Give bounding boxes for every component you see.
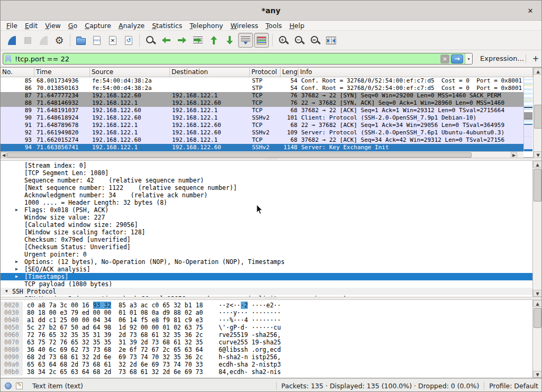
detail-line[interactable]: ▶Flags: 0x018 (PSH, ACK) [1,206,532,214]
scroll-thumb[interactable] [534,169,541,202]
hex-row[interactable]: 00505c 27 b2 67 50 ad 64 98 1d 92 00 00 … [1,324,542,331]
scroll-down-icon[interactable]: ▼ [533,290,542,297]
hex-row[interactable]: 0040a1 dd c1 25 00 00 04 34 06 14 f5 e8 … [1,316,542,324]
packet-row-89[interactable]: 8971.648191037192.168.122.60192.168.122.… [1,107,523,114]
scroll-thumb[interactable] [7,152,472,158]
menu-item-telephony[interactable]: Telephony [186,21,227,31]
profile-status[interactable]: Profile: Default [489,382,538,390]
filter-bookmark-icon[interactable] [5,55,11,63]
stop-capture-button[interactable] [20,33,35,48]
hex-row[interactable]: 00a065 63 64 68 2d 73 68 61 32 2d 6e 69 … [1,361,542,368]
menu-item-analyze[interactable]: Analyze [115,21,148,31]
hex-row[interactable]: 00b038 34 2c 65 63 64 68 2d 73 68 61 32 … [1,368,542,376]
expander-closed-icon[interactable]: ▶ [15,258,18,266]
scroll-thumb[interactable] [534,105,542,129]
expert-info-icon[interactable] [5,382,12,389]
expander-closed-icon[interactable]: ▶ [15,206,18,214]
go-first-packet-button[interactable] [206,33,221,48]
scroll-up-icon[interactable]: ▲ [533,300,542,307]
expander-closed-icon[interactable]: ▶ [15,273,18,280]
colorize-toggle-button[interactable] [254,33,269,48]
scroll-thumb[interactable] [534,308,541,328]
menu-item-edit[interactable]: Edit [21,21,41,31]
detail-line[interactable]: [Window size scaling factor: 128] [1,229,532,236]
add-filter-button[interactable]: + [530,50,541,67]
column-header-protocol[interactable]: Protocol [250,68,281,77]
packet-row-88[interactable]: 8871.648146932192.168.122.1192.168.122.6… [1,99,523,107]
column-header-info[interactable]: Info [299,68,533,77]
packet-row-94[interactable]: 9471.663856741192.168.122.1192.168.122.6… [1,144,523,151]
close-window-icon[interactable]: ✕ [525,5,536,17]
menu-item-capture[interactable]: Capture [81,21,115,31]
restart-capture-button[interactable] [36,33,51,48]
detail-line[interactable]: Checksum: 0x79ed [unverified] [1,236,532,243]
zoom-out-button[interactable]: − [292,33,306,48]
filter-apply-button[interactable]: → [451,54,463,63]
detail-line[interactable]: [TCP Segment Len: 1080] [1,169,532,177]
find-packet-button[interactable] [143,33,158,48]
scroll-down-icon[interactable]: ▼ [533,371,542,378]
resize-columns-button[interactable] [323,33,338,48]
detail-line[interactable]: ▶[Timestamps] [1,273,532,280]
menu-item-wireless[interactable]: Wireless [227,21,262,31]
detail-line[interactable]: [Calculated window size: 29056] [1,221,532,229]
detail-line[interactable]: 1000 .... = Header Length: 32 bytes (8) [1,199,532,206]
detail-line[interactable]: [Next sequence number: 1122 (relative se… [1,184,532,192]
detail-line[interactable]: [Checksum Status: Unverified] [1,243,532,251]
detail-line[interactable]: [Stream index: 0] [1,162,532,169]
menu-item-go[interactable]: Go [65,21,81,31]
filter-clear-button[interactable]: ✕ [440,54,449,63]
go-last-packet-button[interactable] [222,33,237,48]
packet-row-93[interactable]: 9371.662015274192.168.122.60192.168.122.… [1,136,523,144]
expander-closed-icon[interactable]: ▶ [15,266,18,273]
packet-row-90[interactable]: 9071.648618924192.168.122.60192.168.122.… [1,114,523,122]
detail-line[interactable]: Urgent pointer: 0 [1,251,532,258]
go-back-button[interactable] [159,33,174,48]
column-header-source[interactable]: Source [90,68,170,77]
menu-item-statistics[interactable]: Statistics [148,21,186,31]
detail-line[interactable]: Window size value: 227 [1,214,532,221]
detail-vscrollbar[interactable]: ▲ ▼ [532,161,542,297]
detail-line[interactable]: ▼SSH Protocol [1,288,532,295]
start-capture-button[interactable] [4,33,19,48]
expression-button[interactable]: Expression... [480,50,524,67]
hex-row[interactable]: 008036 40 6c 69 62 73 73 68 2e 6f 72 67 … [1,346,542,353]
hex-row[interactable]: 006072 76 65 32 35 35 31 39 2d 73 68 61 … [1,331,542,339]
packet-row-85[interactable]: 8568.001734936fe:54:00:d4:38:2aSTP54Conf… [1,77,523,85]
save-capture-file-button[interactable] [89,33,104,48]
capture-options-button[interactable]: ⚙ [52,33,67,48]
hex-row[interactable]: 009068 2d 73 68 61 32 2d 6e 69 73 74 70 … [1,353,542,361]
capture-comment-icon[interactable] [16,382,23,389]
menu-item-help[interactable]: Help [286,21,309,31]
scroll-up-icon[interactable]: ▲ [533,161,542,168]
detail-line[interactable]: Sequence number: 42 (relative sequence n… [1,177,532,184]
menu-item-file[interactable]: File [3,21,21,31]
column-header-time[interactable]: Time [34,68,90,77]
reload-capture-file-button[interactable] [121,33,136,48]
column-header-length[interactable]: Length [281,68,299,77]
display-filter-input[interactable]: !tcp.port == 22 ✕ → ▾ [3,53,473,65]
detail-line[interactable]: TCP payload (1080 bytes) [1,280,532,288]
hex-row[interactable]: 003080 18 00 e3 79 ed 00 00 01 01 08 0a … [1,309,542,316]
detail-line[interactable]: ▶[SEQ/ACK analysis] [1,266,532,273]
detail-line[interactable]: ▶Options: (12 bytes), No-Operation (NOP)… [1,258,532,266]
packet-row-91[interactable]: 9171.648789678192.168.122.1192.168.122.6… [1,122,523,129]
scroll-up-icon[interactable]: ▲ [534,68,542,75]
open-capture-file-button[interactable] [74,33,88,48]
go-to-packet-button[interactable] [191,33,205,48]
go-forward-button[interactable] [175,33,189,48]
hex-row[interactable]: 007063 75 72 76 65 32 35 35 31 39 2d 73 … [1,339,542,346]
bytes-vscrollbar[interactable]: ▲ ▼ [532,300,542,378]
auto-scroll-toggle-button[interactable] [238,33,253,48]
packet-list-vscrollbar[interactable]: ▲ ▼ [533,68,542,158]
column-header-destination[interactable]: Destination [170,68,250,77]
packet-row-92[interactable]: 9271.661949820192.168.122.1192.168.122.6… [1,129,523,136]
packet-row-86[interactable]: 8670.013850163fe:54:00:d4:38:2aSTP54Conf… [1,85,523,92]
column-header-no[interactable]: No. [1,68,34,77]
close-capture-file-button[interactable] [105,33,120,48]
expander-open-icon[interactable]: ▼ [5,288,8,295]
packet-list-minimap[interactable] [523,77,532,151]
hex-row[interactable]: 0020c0 a8 7a 3c 00 16 93 32 85 a3 ac c0 … [1,302,542,309]
menu-item-view[interactable]: View [41,21,65,31]
zoom-in-button[interactable]: + [276,33,291,48]
